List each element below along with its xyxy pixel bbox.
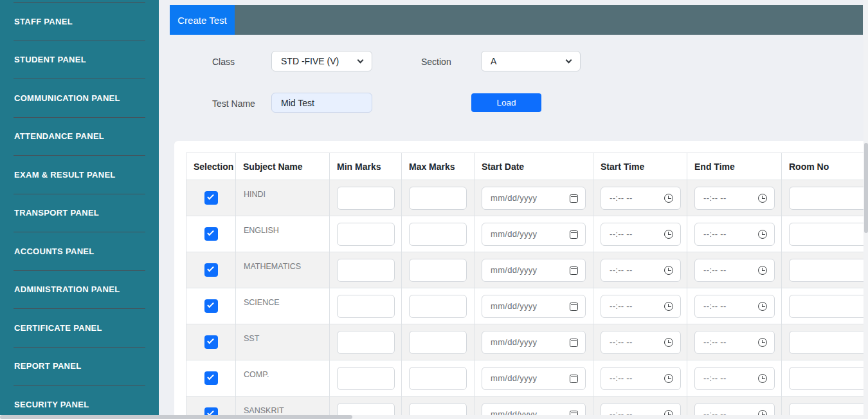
room-no-input[interactable] <box>789 331 863 354</box>
room-no-input[interactable] <box>789 259 863 282</box>
end-time-input[interactable]: --:-- -- <box>694 295 775 318</box>
subject-name-cell: MATHEMATICS <box>236 252 330 288</box>
tab-create-test[interactable]: Create Test <box>170 5 235 35</box>
clock-icon[interactable] <box>664 338 673 347</box>
clock-icon[interactable] <box>664 374 673 383</box>
section-select[interactable]: A <box>481 51 581 71</box>
start-time-input[interactable]: --:-- -- <box>601 331 681 354</box>
check-icon <box>207 301 214 308</box>
min-marks-input[interactable] <box>337 187 395 210</box>
subject-select-checkbox[interactable] <box>204 263 218 277</box>
max-marks-input[interactable] <box>409 367 467 390</box>
calendar-icon[interactable] <box>570 303 578 311</box>
sidebar-item-student-panel[interactable]: STUDENT PANEL <box>14 41 145 79</box>
column-header-room-no: Room No <box>782 153 864 180</box>
calendar-icon[interactable] <box>570 194 578 203</box>
clock-icon[interactable] <box>758 338 767 347</box>
min-marks-input[interactable] <box>337 295 395 318</box>
vertical-scrollbar <box>863 0 868 419</box>
end-time-input[interactable]: --:-- -- <box>694 223 775 246</box>
end-time-input[interactable]: --:-- -- <box>694 259 775 282</box>
sidebar-item-label: STAFF PANEL <box>14 17 73 26</box>
max-marks-input[interactable] <box>409 295 467 318</box>
clock-icon[interactable] <box>664 302 673 311</box>
max-marks-input[interactable] <box>409 259 467 282</box>
room-no-input[interactable] <box>789 187 863 210</box>
calendar-icon[interactable] <box>570 339 578 347</box>
sidebar-item-security-panel[interactable]: SECURITY PANEL <box>14 385 145 419</box>
start-time-input[interactable]: --:-- -- <box>601 259 681 282</box>
start-time-input[interactable]: --:-- -- <box>601 367 681 390</box>
sidebar-menu: STAFF PANELSTUDENT PANELCOMMUNICATION PA… <box>0 0 159 419</box>
horizontal-scrollbar-thumb[interactable] <box>0 415 352 419</box>
calendar-icon[interactable] <box>570 375 578 383</box>
min-marks-input[interactable] <box>337 259 395 282</box>
sidebar-item-label: COMMUNICATION PANEL <box>14 93 120 103</box>
start-time-input[interactable]: --:-- -- <box>601 295 681 318</box>
end-time-input[interactable]: --:-- -- <box>694 187 775 210</box>
clock-icon[interactable] <box>664 230 673 239</box>
subject-name: COMP. <box>244 370 269 379</box>
sidebar-item-label: ADMINISTRATION PANEL <box>14 284 120 294</box>
start-date-input[interactable]: mm/dd/yyyy <box>482 259 586 282</box>
vertical-scrollbar-thumb[interactable] <box>864 143 868 233</box>
start-date-input[interactable]: mm/dd/yyyy <box>482 367 586 390</box>
calendar-icon[interactable] <box>570 230 578 239</box>
max-marks-cell <box>402 180 475 216</box>
sidebar-item-accounts-panel[interactable]: ACCOUNTS PANEL <box>14 232 145 270</box>
time-placeholder: --:-- -- <box>610 373 633 383</box>
subject-select-checkbox[interactable] <box>204 371 218 385</box>
room-no-input[interactable] <box>789 367 863 390</box>
min-marks-input[interactable] <box>337 223 395 246</box>
calendar-icon[interactable] <box>570 266 578 275</box>
end-time-input[interactable]: --:-- -- <box>694 331 775 354</box>
class-select-value: STD -FIVE (V) <box>281 56 339 66</box>
subject-select-checkbox[interactable] <box>204 227 218 241</box>
sidebar-item-report-panel[interactable]: REPORT PANEL <box>14 347 145 386</box>
sidebar-item-label: EXAM & RESULT PANEL <box>14 170 116 180</box>
date-placeholder: mm/dd/yyyy <box>491 229 537 239</box>
min-marks-input[interactable] <box>337 367 395 390</box>
sidebar-item-communication-panel[interactable]: COMMUNICATION PANEL <box>14 79 145 117</box>
room-no-cell <box>782 180 864 216</box>
clock-icon[interactable] <box>758 266 767 275</box>
clock-icon[interactable] <box>664 194 673 203</box>
clock-icon[interactable] <box>758 302 767 311</box>
clock-icon[interactable] <box>758 374 767 383</box>
clock-icon[interactable] <box>758 194 767 203</box>
sidebar-item-attendance-panel[interactable]: ATTENDANCE PANEL <box>14 117 145 156</box>
start-date-input[interactable]: mm/dd/yyyy <box>482 295 586 318</box>
test-name-input[interactable]: Mid Test <box>271 93 372 113</box>
sidebar-item-staff-panel[interactable]: STAFF PANEL <box>14 2 145 41</box>
start-time-input[interactable]: --:-- -- <box>601 223 681 246</box>
room-no-input[interactable] <box>789 295 863 318</box>
clock-icon[interactable] <box>664 266 673 275</box>
time-placeholder: --:-- -- <box>610 337 633 347</box>
max-marks-input[interactable] <box>409 331 467 354</box>
end-time-cell: --:-- -- <box>687 252 782 288</box>
load-button[interactable]: Load <box>471 93 541 112</box>
max-marks-input[interactable] <box>409 223 467 246</box>
table-row: HINDImm/dd/yyyy--:-- ----:-- -- <box>186 180 864 216</box>
start-date-input[interactable]: mm/dd/yyyy <box>482 331 586 354</box>
date-placeholder: mm/dd/yyyy <box>491 193 537 203</box>
sidebar-item-certificate-panel[interactable]: CERTIFICATE PANEL <box>14 308 145 347</box>
start-time-input[interactable]: --:-- -- <box>601 187 681 210</box>
subject-select-checkbox[interactable] <box>204 335 218 349</box>
start-date-input[interactable]: mm/dd/yyyy <box>482 187 586 210</box>
subject-select-checkbox[interactable] <box>204 191 218 205</box>
subject-select-checkbox[interactable] <box>204 299 218 313</box>
sidebar-item-transport-panel[interactable]: TRANSPORT PANEL <box>14 194 145 232</box>
max-marks-input[interactable] <box>409 187 467 210</box>
clock-icon[interactable] <box>758 230 767 239</box>
sidebar-item-label: REPORT PANEL <box>14 361 81 371</box>
min-marks-input[interactable] <box>337 331 395 354</box>
column-header-max-marks: Max Marks <box>402 153 475 180</box>
sidebar-item-exam-result-panel[interactable]: EXAM & RESULT PANEL <box>14 155 145 194</box>
start-date-input[interactable]: mm/dd/yyyy <box>482 223 586 246</box>
sidebar-item-administration-panel[interactable]: ADMINISTRATION PANEL <box>14 270 145 309</box>
end-time-input[interactable]: --:-- -- <box>694 367 775 390</box>
class-select[interactable]: STD -FIVE (V) <box>271 51 372 71</box>
subject-name: SST <box>244 334 259 343</box>
room-no-input[interactable] <box>789 223 863 246</box>
